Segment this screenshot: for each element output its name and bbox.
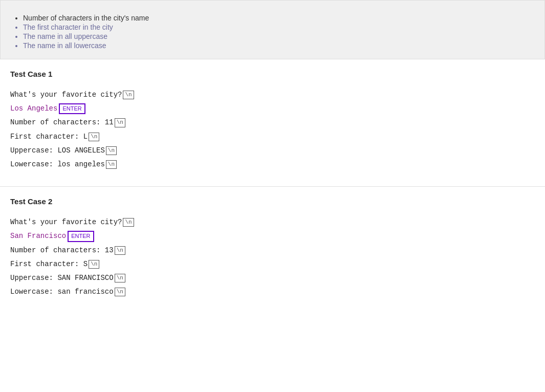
- output-line: Lowercase: san francisco\n: [10, 286, 535, 298]
- output-text: Uppercase: SAN FRANCISCO: [10, 272, 114, 285]
- output-text: First character: S: [10, 258, 88, 271]
- enter-badge: ENTER: [59, 103, 85, 114]
- newline-badge: \n: [115, 246, 125, 255]
- test-case-2: Test Case 2What's your favorite city? \n…: [0, 197, 545, 298]
- newline-badge: \n: [89, 260, 99, 269]
- output-text: What's your favorite city?: [10, 89, 122, 101]
- output-line: Lowercase: los angeles\n: [10, 158, 535, 171]
- output-text: First character: L: [10, 130, 88, 143]
- output-line: What's your favorite city? \n: [10, 89, 535, 101]
- output-text: Number of characters: 13: [10, 244, 114, 257]
- output-line: Uppercase: LOS ANGELES\n: [10, 144, 535, 157]
- newline-badge: \n: [115, 274, 125, 282]
- test-case-title-1: Test Case 1: [10, 70, 535, 78]
- test-case-title-2: Test Case 2: [10, 197, 535, 206]
- output-text: Uppercase: LOS ANGELES: [10, 144, 105, 157]
- newline-badge: \n: [89, 133, 99, 141]
- output-line: Los AngelesENTER: [10, 102, 535, 115]
- output-block-1: What's your favorite city? \nLos Angeles…: [10, 89, 535, 171]
- output-line: First character: L\n: [10, 130, 535, 143]
- output-text: Lowercase: san francisco: [10, 286, 114, 298]
- newline-badge: \n: [106, 146, 117, 155]
- test-cases-container: Test Case 1What's your favorite city? \n…: [0, 70, 545, 298]
- output-line: What's your favorite city? \n: [10, 216, 535, 229]
- problem-list-item-1: The first character in the city: [23, 23, 534, 31]
- test-case-1: Test Case 1What's your favorite city? \n…: [0, 70, 545, 171]
- output-line: Number of characters: 13\n: [10, 244, 535, 257]
- output-line: First character: S\n: [10, 258, 535, 271]
- output-text: Lowercase: los angeles: [10, 158, 105, 171]
- problem-list-item-0: Number of characters in the city's name: [23, 14, 534, 22]
- input-text: San Francisco: [10, 230, 66, 243]
- newline-badge: \n: [115, 118, 125, 127]
- newline-badge: \n: [123, 218, 134, 227]
- problem-box: Number of characters in the city's nameT…: [0, 0, 545, 59]
- output-text: Number of characters: 11: [10, 116, 114, 129]
- problem-list: Number of characters in the city's nameT…: [11, 14, 534, 50]
- output-line: Number of characters: 11\n: [10, 116, 535, 129]
- output-block-2: What's your favorite city? \nSan Francis…: [10, 216, 535, 298]
- input-text: Los Angeles: [10, 102, 57, 115]
- newline-badge: \n: [106, 160, 117, 169]
- output-line: Uppercase: SAN FRANCISCO\n: [10, 272, 535, 285]
- enter-badge: ENTER: [68, 231, 94, 242]
- problem-list-item-2: The name in all uppercase: [23, 32, 534, 40]
- newline-badge: \n: [115, 288, 125, 296]
- output-line: San FranciscoENTER: [10, 230, 535, 243]
- problem-list-item-3: The name in all lowercase: [23, 41, 534, 50]
- output-text: What's your favorite city?: [10, 216, 122, 229]
- newline-badge: \n: [123, 91, 134, 99]
